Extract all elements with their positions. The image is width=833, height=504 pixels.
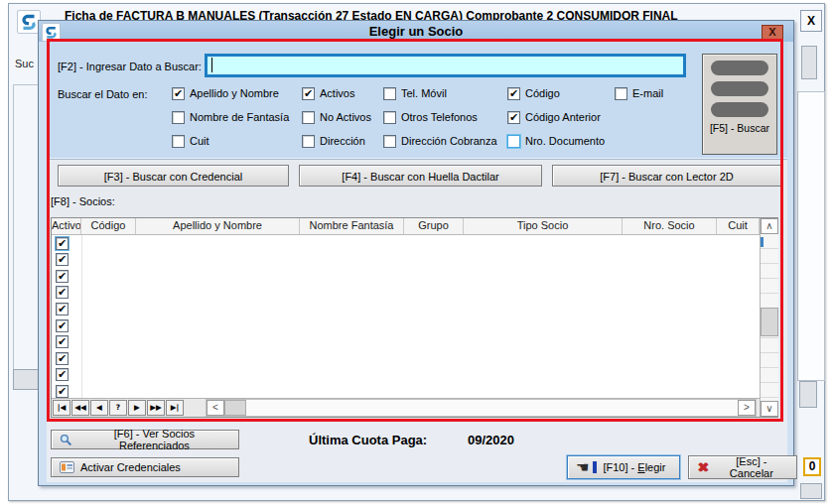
checkbox-icon[interactable]	[302, 135, 315, 148]
f6-ver-socios-button[interactable]: [F6] - Ver Socios Referenciados	[51, 430, 239, 449]
column-header-apellido-y-nombre[interactable]: Apellido y Nombre	[136, 218, 300, 234]
table-row[interactable]: ✔	[52, 383, 760, 398]
background-close-button[interactable]: X	[800, 10, 822, 32]
filter-checkbox-dirección-cobranza[interactable]: Dirección Cobranza	[383, 134, 497, 148]
checkbox-label: No Activos	[320, 111, 371, 123]
row-active-checkbox[interactable]: ✔	[56, 352, 69, 365]
scroll-right-button[interactable]: >	[738, 400, 756, 416]
esc-cancelar-button[interactable]: ✖ [Esc] - Cancelar	[688, 455, 797, 479]
table-row[interactable]: ✔	[52, 301, 760, 317]
filter-checkbox-apellido-y-nombre[interactable]: ✔Apellido y Nombre	[172, 86, 279, 100]
filter-checkbox-cuit[interactable]: Cuit	[172, 134, 209, 148]
row-active-checkbox[interactable]: ✔	[56, 335, 69, 348]
record-navigator: |◀◀◀◀?▶▶▶▶| < >	[52, 398, 760, 417]
filter-checkbox-e-mail[interactable]: E-mail	[615, 86, 663, 100]
checkbox-icon[interactable]	[383, 111, 396, 124]
filter-checkbox-nombre-de-fantasía[interactable]: Nombre de Fantasía	[172, 110, 289, 124]
checkbox-icon[interactable]: ✔	[302, 87, 315, 100]
checkbox-icon[interactable]	[383, 135, 396, 148]
filter-checkbox-dirección[interactable]: Dirección	[302, 134, 365, 148]
vertical-scrollbar[interactable]: ∧ ∨	[760, 218, 778, 417]
vertical-scroll-thumb[interactable]	[761, 308, 778, 336]
table-row[interactable]: ✔	[52, 285, 760, 302]
checkbox-label: Código	[525, 87, 560, 99]
row-active-checkbox[interactable]: ✔	[56, 303, 69, 315]
horizontal-scroll-thumb[interactable]	[224, 400, 246, 416]
column-header-nombre-fantasía[interactable]: Nombre Fantasía	[300, 218, 404, 234]
activo-cell: ✔	[52, 235, 82, 252]
cancelar-label: [Esc] - Cancelar	[715, 455, 788, 479]
dialog-close-button[interactable]: X	[762, 25, 783, 40]
checkbox-label: Apellido y Nombre	[190, 87, 279, 99]
filter-checkbox-otros-telefonos[interactable]: Otros Telefonos	[383, 110, 478, 124]
f7-buscar-lector2d-button[interactable]: [F7] - Buscar con Lector 2D	[552, 165, 781, 187]
pointing-hand-icon: ☚	[576, 461, 589, 473]
vertical-scroll-track[interactable]	[761, 234, 778, 401]
table-row[interactable]: ✔	[52, 317, 760, 334]
filter-checkbox-no-activos[interactable]: No Activos	[302, 110, 371, 124]
navigator-button-2[interactable]: ◀	[90, 400, 108, 416]
activo-cell: ✔	[52, 350, 82, 367]
row-active-checkbox[interactable]: ✔	[56, 368, 69, 381]
checkbox-icon[interactable]	[172, 135, 185, 148]
row-active-checkbox[interactable]: ✔	[56, 319, 69, 332]
table-row[interactable]: ✔	[52, 333, 760, 350]
row-active-checkbox[interactable]: ✔	[56, 286, 69, 299]
table-row[interactable]: ✔	[52, 367, 760, 384]
navigator-button-3[interactable]: ?	[109, 400, 127, 416]
filter-checkbox-tel-móvil[interactable]: Tel. Móvil	[383, 86, 447, 100]
magnifier-icon	[60, 434, 72, 446]
column-header-código[interactable]: Código	[81, 218, 136, 234]
row-active-checkbox[interactable]: ✔	[56, 270, 69, 283]
navigator-button-0[interactable]: |◀	[53, 400, 70, 416]
row-active-checkbox[interactable]: ✔	[56, 385, 69, 398]
checkbox-icon[interactable]	[383, 87, 396, 100]
activo-cell: ✔	[52, 367, 82, 384]
horizontal-scrollbar[interactable]: < >	[206, 399, 757, 417]
horizontal-scroll-track[interactable]	[246, 400, 738, 416]
checkbox-icon[interactable]	[172, 111, 185, 124]
elegir-label: [F10] - Elegir	[603, 461, 665, 473]
f3-buscar-credencial-button[interactable]: [F3] - Buscar con Credencial	[58, 165, 289, 187]
scroll-left-button[interactable]: <	[207, 400, 224, 416]
filter-checkbox-nro-documento[interactable]: Nro. Documento	[507, 134, 605, 148]
table-row[interactable]: ✔	[52, 350, 760, 367]
results-panel: [F3] - Buscar con Credencial [F4] - Busc…	[47, 160, 787, 423]
filter-checkbox-código[interactable]: ✔Código	[507, 86, 560, 100]
socios-list-label: [F8] - Socios:	[51, 195, 115, 207]
filter-checkbox-código-anterior[interactable]: ✔Código Anterior	[507, 110, 601, 124]
checkbox-label: Nombre de Fantasía	[190, 111, 289, 123]
column-header-grupo[interactable]: Grupo	[404, 218, 464, 234]
checkbox-label: Nro. Documento	[525, 135, 605, 147]
f4-buscar-huella-button[interactable]: [F4] - Buscar con Huella Dactilar	[299, 165, 542, 187]
scroll-position-tick	[761, 237, 764, 247]
navigator-button-4[interactable]: ▶	[128, 400, 146, 416]
checkbox-icon[interactable]: ✔	[172, 87, 185, 100]
ultima-cuota-label: Última Cuota Paga:	[309, 433, 427, 447]
table-row[interactable]: ✔	[52, 268, 760, 285]
checkbox-icon[interactable]: ✔	[507, 111, 520, 124]
table-row[interactable]: ✔	[52, 251, 760, 268]
background-panel-fragment	[797, 91, 825, 381]
scroll-down-button[interactable]: ∨	[761, 401, 778, 417]
red-x-icon: ✖	[697, 461, 709, 473]
row-active-checkbox[interactable]: ✔	[56, 253, 69, 266]
navigator-button-1[interactable]: ◀◀	[71, 400, 89, 416]
scroll-up-button[interactable]: ∧	[761, 218, 778, 234]
activo-cell: ✔	[52, 285, 82, 302]
column-header-activo[interactable]: Activo	[52, 218, 81, 234]
navigator-button-5[interactable]: ▶▶	[147, 400, 165, 416]
table-row[interactable]: ✔	[52, 235, 760, 252]
checkbox-icon[interactable]	[507, 135, 520, 148]
checkbox-icon[interactable]	[302, 111, 315, 124]
filter-checkbox-activos[interactable]: ✔Activos	[302, 86, 354, 100]
row-active-checkbox[interactable]: ✔	[56, 237, 69, 250]
navigator-button-6[interactable]: ▶|	[166, 400, 184, 416]
f10-elegir-button[interactable]: ☚ [F10] - Elegir	[567, 455, 680, 479]
column-header-nro-socio[interactable]: Nro. Socio	[623, 218, 717, 234]
activar-credenciales-button[interactable]: Activar Credenciales	[51, 457, 239, 477]
column-header-cuit[interactable]: Cuit	[717, 218, 760, 234]
checkbox-icon[interactable]: ✔	[507, 87, 520, 100]
column-header-tipo-socio[interactable]: Tipo Socio	[464, 218, 623, 234]
checkbox-icon[interactable]	[615, 87, 627, 100]
